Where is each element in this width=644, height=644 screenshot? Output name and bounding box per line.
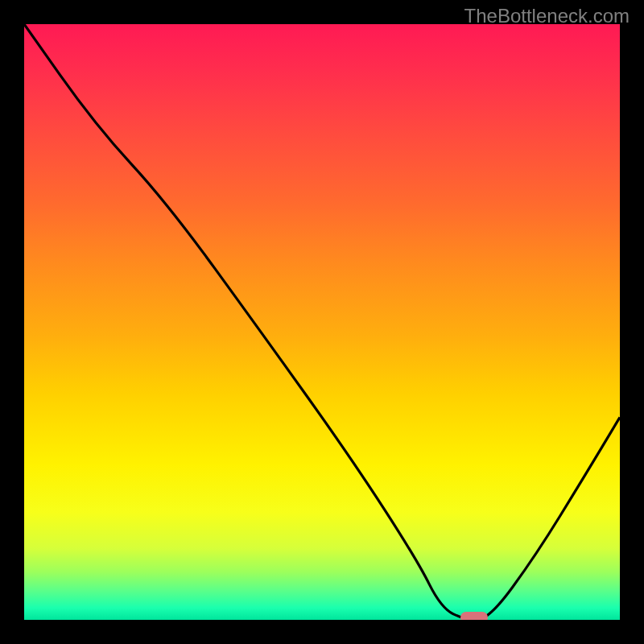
optimal-marker bbox=[460, 612, 488, 620]
bottleneck-curve bbox=[24, 24, 620, 620]
plot-area bbox=[24, 24, 620, 620]
curve-svg bbox=[24, 24, 620, 620]
watermark-text: TheBottleneck.com bbox=[464, 5, 630, 27]
